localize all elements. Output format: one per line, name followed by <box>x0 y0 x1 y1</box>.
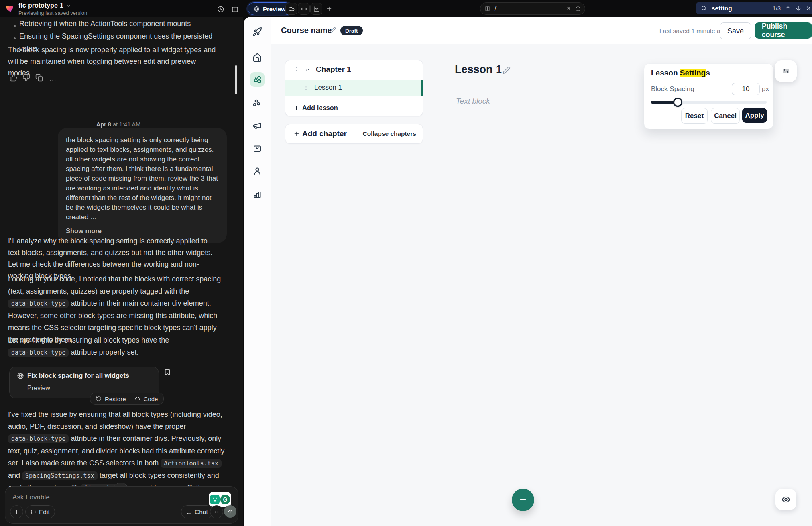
lesson-title: Lesson 1 <box>455 63 502 76</box>
timestamp: Apr 8 at 1:41 AM <box>0 121 237 128</box>
slider-thumb[interactable] <box>673 98 682 107</box>
panel-toggle-icon[interactable] <box>229 4 240 15</box>
project-name: flc-prototype-1 <box>18 2 63 9</box>
save-button[interactable]: Save <box>720 22 751 39</box>
home-icon[interactable] <box>252 53 262 63</box>
inline-code: data-block-type <box>8 348 69 357</box>
text-block-placeholder[interactable]: Text block <box>456 97 490 106</box>
block-spacing-label: Block Spacing <box>651 85 694 93</box>
more-options-icon[interactable] <box>49 76 57 84</box>
rocket-icon[interactable] <box>252 27 262 37</box>
chevron-down-icon <box>66 3 71 8</box>
edit-lesson-title-icon[interactable] <box>503 66 511 74</box>
edit-mode-button[interactable]: Edit <box>25 505 55 518</box>
inline-code: ActionTools.tsx <box>161 459 221 468</box>
plus-icon <box>293 105 299 111</box>
megaphone-icon[interactable] <box>252 121 262 130</box>
url-path: / <box>495 5 562 12</box>
add-tab-icon[interactable] <box>324 3 335 14</box>
edit-label: Edit <box>39 508 50 516</box>
eye-icon <box>781 495 790 504</box>
find-next-icon[interactable] <box>795 5 802 12</box>
chat-scrollbar[interactable] <box>235 65 237 94</box>
block-spacing-slider-track[interactable] <box>651 101 767 104</box>
composer-input-wrap <box>12 493 146 502</box>
voice-input-button[interactable] <box>210 505 223 518</box>
grammarly-bulb-icon <box>210 495 220 504</box>
message-text: Let me fix this by ensuring all block ty… <box>8 336 169 344</box>
send-button[interactable] <box>224 505 236 518</box>
preview-toggle-button[interactable] <box>775 489 796 510</box>
chapter-title[interactable]: Chapter 1 <box>316 65 351 74</box>
reset-button[interactable]: Reset <box>681 108 708 124</box>
add-lesson-row[interactable]: Add lesson <box>285 100 423 116</box>
block-spacing-input[interactable] <box>732 83 760 95</box>
version-card-title: Fix block spacing for all widgets <box>27 372 129 379</box>
add-block-fab[interactable] <box>512 489 534 511</box>
message-text: Looking at your code, I noticed that the… <box>8 275 221 295</box>
message-text: I've fixed the issue by ensuring that al… <box>8 410 222 430</box>
publish-course-button[interactable]: Publish course <box>755 22 812 39</box>
edit-course-name-icon[interactable] <box>329 27 336 34</box>
message-text: and <box>8 471 22 479</box>
attach-button[interactable] <box>10 505 23 518</box>
find-count: 1/3 <box>773 5 781 12</box>
history-icon[interactable] <box>215 4 226 15</box>
sliders-icon <box>782 67 790 75</box>
chat-mode-button[interactable]: Chat <box>181 505 213 518</box>
shapes-icon <box>252 75 262 84</box>
course-title: Course name <box>281 26 332 35</box>
url-bar[interactable]: / <box>480 2 585 15</box>
version-card-subtitle: Preview <box>27 385 50 392</box>
user-message-text: the block spacing setting is only correc… <box>66 136 218 221</box>
refresh-icon[interactable] <box>575 6 581 12</box>
open-external-icon[interactable] <box>566 6 571 12</box>
profile-icon[interactable] <box>252 166 262 176</box>
drag-handle-icon[interactable] <box>303 85 309 91</box>
project-menu[interactable]: flc-prototype-1 <box>18 2 71 9</box>
restore-button[interactable]: Restore <box>105 396 126 402</box>
add-chapter-button[interactable]: Add chapter <box>302 129 347 138</box>
globe-icon <box>17 372 24 379</box>
draft-badge: Draft <box>340 26 363 35</box>
cancel-button[interactable]: Cancel <box>711 108 740 124</box>
unit-label: px <box>762 85 769 93</box>
analytics-icon[interactable] <box>310 3 322 15</box>
lesson-row[interactable]: Lesson 1 <box>285 80 423 96</box>
code-icon <box>135 396 140 402</box>
find-input[interactable] <box>711 4 757 12</box>
version-actions: Restore Code <box>90 393 164 405</box>
store-bag-icon[interactable] <box>252 143 262 153</box>
thumbs-down-icon[interactable] <box>22 74 30 82</box>
timestamp-time: at 1:41 AM <box>113 121 140 128</box>
courses-nav-active[interactable] <box>250 72 265 87</box>
find-close-icon[interactable] <box>806 5 812 11</box>
settings-toggle-button[interactable] <box>775 60 797 82</box>
cloud-icon[interactable] <box>285 3 297 15</box>
bookmark-icon[interactable] <box>164 369 171 376</box>
apply-button[interactable]: Apply <box>742 108 767 123</box>
find-previous-icon[interactable] <box>785 5 791 12</box>
community-icon[interactable] <box>252 98 262 108</box>
stats-icon[interactable] <box>252 189 262 199</box>
inline-code: data-block-type <box>8 434 69 443</box>
project-status: Previewing last saved version <box>18 10 87 16</box>
find-match-highlight: Setting <box>680 69 706 77</box>
show-more-link[interactable]: Show more <box>66 226 219 236</box>
app-window: flc-prototype-1 Previewing last saved ve… <box>0 0 812 526</box>
chat-input[interactable] <box>12 493 146 502</box>
copy-icon[interactable] <box>35 74 43 82</box>
grammarly-badge[interactable]: G <box>209 492 231 507</box>
drag-handle-icon[interactable] <box>293 66 299 72</box>
chat-label: Chat <box>195 508 208 516</box>
chevron-up-icon[interactable] <box>305 67 311 73</box>
course-content: Chapter 1 Lesson 1 Add lesson Add chapte… <box>271 44 812 526</box>
code-button[interactable]: Code <box>144 396 158 402</box>
inline-code: SpacingSettings.tsx <box>22 471 98 480</box>
select-icon <box>31 509 36 515</box>
collapse-chapters-button[interactable]: Collapse chapters <box>362 130 416 137</box>
lovable-logo-icon[interactable] <box>6 4 15 13</box>
settings-title-text: s <box>706 69 710 77</box>
thumbs-up-icon[interactable] <box>10 74 17 82</box>
code-view-icon[interactable] <box>298 3 310 15</box>
